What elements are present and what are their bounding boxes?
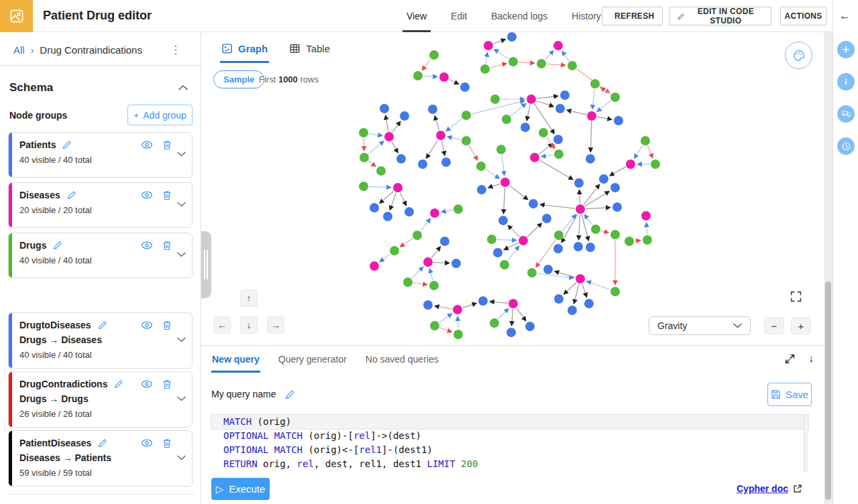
visibility-eye-icon[interactable] xyxy=(141,438,153,448)
graph-node[interactable] xyxy=(478,296,488,306)
code-line[interactable]: OPTIONAL MATCH (orig)<-[rel1]-(dest1) xyxy=(211,443,808,457)
graph-edge[interactable] xyxy=(547,137,555,148)
graph-edge[interactable] xyxy=(539,160,573,180)
graph-node[interactable] xyxy=(423,257,433,267)
graph-node[interactable] xyxy=(508,299,518,308)
graph-edge[interactable] xyxy=(413,283,427,285)
panel-resize-handle[interactable] xyxy=(201,231,211,298)
graph-node[interactable] xyxy=(625,237,634,246)
visibility-eye-icon[interactable] xyxy=(141,379,153,389)
graph-edge[interactable] xyxy=(635,145,643,158)
tab-new-query[interactable]: New query xyxy=(203,346,269,373)
code-line[interactable]: RETURN orig, rel, dest, rel1, dest1 LIMI… xyxy=(211,457,808,471)
group-card[interactable]: DrugtoDiseases Drugs → Diseases 40 visib… xyxy=(8,312,193,369)
graph-node[interactable] xyxy=(380,104,389,113)
graph-edge[interactable] xyxy=(517,308,526,320)
code-line[interactable]: MATCH (orig) xyxy=(211,415,808,429)
graph-node[interactable] xyxy=(525,322,535,331)
graph-edge[interactable] xyxy=(490,302,508,303)
group-card[interactable]: DrugContradictions Drugs → Drugs 26 visi… xyxy=(8,371,193,428)
graph-node[interactable] xyxy=(359,128,368,137)
layout-mode-select[interactable]: Gravity xyxy=(649,316,751,335)
graph-node[interactable] xyxy=(576,274,585,284)
delete-trash-icon[interactable] xyxy=(162,320,172,330)
graph-node[interactable] xyxy=(542,214,551,223)
tab-table[interactable]: Table xyxy=(278,32,341,64)
graph-edge[interactable] xyxy=(541,204,575,208)
graph-edge[interactable] xyxy=(647,223,647,235)
graph-edge[interactable] xyxy=(508,226,520,237)
graph-node[interactable] xyxy=(586,243,595,252)
edit-icon[interactable] xyxy=(98,320,107,330)
chevron-up-icon[interactable] xyxy=(178,84,188,90)
delete-trash-icon[interactable] xyxy=(162,379,172,389)
color-palette-button[interactable] xyxy=(785,42,812,69)
graph-edge[interactable] xyxy=(386,116,388,131)
graph-edge[interactable] xyxy=(430,269,433,281)
chevron-down-icon[interactable] xyxy=(177,396,186,401)
graph-edge[interactable] xyxy=(519,62,534,64)
graph-edge[interactable] xyxy=(369,133,382,135)
tab-view[interactable]: View xyxy=(394,0,439,32)
graph-node[interactable] xyxy=(529,199,538,208)
graph-edge[interactable] xyxy=(610,167,626,176)
edit-icon[interactable] xyxy=(98,438,107,448)
graph-edge[interactable] xyxy=(564,282,576,294)
chevron-down-icon[interactable] xyxy=(177,455,186,460)
graph-edge[interactable] xyxy=(494,50,508,59)
graph-node[interactable] xyxy=(430,321,439,330)
graph-node[interactable] xyxy=(359,182,368,191)
graph-node[interactable] xyxy=(568,61,577,70)
graph-edge[interactable] xyxy=(582,284,587,297)
code-scrollbar[interactable] xyxy=(804,415,808,472)
history-button[interactable] xyxy=(837,137,855,155)
graph-edge[interactable] xyxy=(488,184,500,187)
graph-node[interactable] xyxy=(574,178,584,188)
graph-node[interactable] xyxy=(383,212,392,221)
pan-left-button[interactable]: ← xyxy=(213,316,231,334)
graph-node[interactable] xyxy=(508,57,518,66)
graph-node[interactable] xyxy=(460,82,470,92)
graph-edge[interactable] xyxy=(497,239,516,240)
info-button[interactable] xyxy=(837,73,855,90)
graph-edge[interactable] xyxy=(490,64,506,68)
graph-node[interactable] xyxy=(462,111,471,120)
graph-node[interactable] xyxy=(612,202,622,212)
edit-icon[interactable] xyxy=(62,140,72,149)
graph-node[interactable] xyxy=(614,116,623,125)
graph-node[interactable] xyxy=(490,318,499,328)
main-scrollbar[interactable] xyxy=(824,32,833,504)
graph-node[interactable] xyxy=(554,149,564,159)
graph-node[interactable] xyxy=(487,235,496,244)
visibility-eye-icon[interactable] xyxy=(141,241,153,250)
edit-icon[interactable] xyxy=(114,379,123,389)
graph-node[interactable] xyxy=(568,306,577,315)
graph-edge[interactable] xyxy=(537,101,553,106)
graph-node[interactable] xyxy=(610,230,620,239)
graph-edge[interactable] xyxy=(504,188,505,213)
graph-node[interactable] xyxy=(429,281,439,290)
graph-edge[interactable] xyxy=(537,96,557,99)
graph-node[interactable] xyxy=(530,153,539,162)
pan-down-button[interactable]: ↓ xyxy=(240,316,258,334)
zoom-in-button[interactable]: + xyxy=(791,317,811,334)
graph-node[interactable] xyxy=(553,135,563,144)
tab-query-generator[interactable]: Query generator xyxy=(269,346,356,373)
graph-edge[interactable] xyxy=(442,210,453,212)
zoom-out-button[interactable]: − xyxy=(764,317,784,334)
graph-edge[interactable] xyxy=(598,101,611,111)
graph-edge[interactable] xyxy=(592,89,594,109)
graph-edge[interactable] xyxy=(447,119,462,131)
pan-up-button[interactable]: ↑ xyxy=(240,290,258,307)
graph-edge[interactable] xyxy=(547,64,565,66)
edit-in-code-studio-button[interactable]: EDIT IN CODE STUDIO xyxy=(669,7,771,25)
graph-node[interactable] xyxy=(591,225,600,234)
graph-edge[interactable] xyxy=(498,309,508,319)
graph-node[interactable] xyxy=(586,154,595,164)
graph-node[interactable] xyxy=(521,123,530,132)
graph-edge[interactable] xyxy=(509,186,527,199)
graph-node[interactable] xyxy=(576,204,585,214)
save-query-button[interactable]: Save xyxy=(767,383,812,406)
graph-node[interactable] xyxy=(476,162,486,171)
graph-node[interactable] xyxy=(610,92,620,102)
